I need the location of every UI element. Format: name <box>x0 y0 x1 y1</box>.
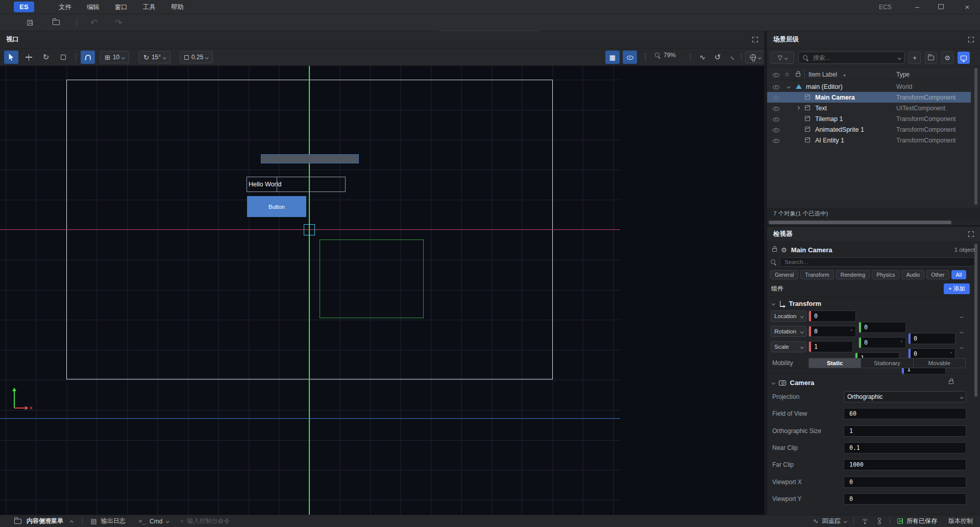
rotate-tool-button[interactable]: ↻ <box>39 51 53 64</box>
hierarchy-scrollbar[interactable] <box>974 68 977 205</box>
snap-toggle-button[interactable] <box>81 51 95 64</box>
eye-icon[interactable] <box>772 84 779 90</box>
undo-button[interactable]: ↶ <box>87 16 101 29</box>
chevron-down-icon[interactable] <box>166 519 169 522</box>
lock-column-icon[interactable] <box>796 73 800 77</box>
hierarchy-search-box[interactable] <box>798 52 904 64</box>
column-type[interactable]: Type <box>896 71 910 78</box>
menu-window[interactable]: 窗口 <box>107 0 135 14</box>
rotation-x-input[interactable]: 0° <box>808 326 856 337</box>
eye-icon[interactable] <box>772 127 779 133</box>
open-button[interactable] <box>49 16 63 29</box>
expand-panel-icon[interactable] <box>968 37 974 42</box>
scale-x-input[interactable]: 1 <box>808 341 853 352</box>
camera-selection-gizmo[interactable] <box>304 224 315 235</box>
tab-rendering[interactable]: Rendering <box>836 270 870 279</box>
eye-icon[interactable] <box>772 116 779 122</box>
chevron-down-icon[interactable] <box>787 85 790 88</box>
lock-icon[interactable] <box>772 248 777 252</box>
hierarchy-search-input[interactable] <box>812 54 895 62</box>
chevron-down-icon[interactable] <box>844 519 847 522</box>
menu-file[interactable]: 文件 <box>51 0 79 14</box>
minimize-button[interactable]: – <box>912 2 923 13</box>
inspector-scrollbar[interactable] <box>974 244 977 397</box>
new-folder-button[interactable] <box>925 52 937 64</box>
gear-icon[interactable]: ⚙ <box>781 246 787 254</box>
tree-row-main-camera[interactable]: Main Camera TransformComponent <box>767 92 971 103</box>
chevron-right-icon[interactable] <box>796 106 799 109</box>
viewport-x-input[interactable]: 0 <box>844 476 966 488</box>
fov-input[interactable]: 60 <box>844 408 966 419</box>
zoom-level[interactable]: 79% <box>654 52 676 59</box>
link-axes-icon[interactable]: ↔ <box>959 328 965 335</box>
menu-edit[interactable]: 编辑 <box>79 0 107 14</box>
chevron-up-icon[interactable] <box>70 521 73 524</box>
tree-row-main[interactable]: main (Editor) World <box>767 81 971 92</box>
column-item-label[interactable]: Item Label <box>808 71 837 78</box>
add-entity-button[interactable]: + <box>909 52 921 64</box>
filter-button[interactable]: ▽ <box>771 52 794 64</box>
tab-transform[interactable]: Transform <box>800 270 834 279</box>
stats-button[interactable]: ∿ <box>695 51 709 64</box>
output-log-button[interactable]: 输出日志 <box>101 517 126 525</box>
select-tool-button[interactable] <box>4 51 18 64</box>
hierarchy-settings-button[interactable]: ⚙ <box>941 52 953 64</box>
eye-icon[interactable] <box>772 137 779 143</box>
view-mode-button[interactable] <box>958 52 970 64</box>
content-drawer-button[interactable]: 内容侧滑菜单 <box>27 517 63 525</box>
uniform-scale-lock-icon[interactable] <box>949 380 953 384</box>
add-component-button[interactable]: + 添加 <box>944 283 970 294</box>
rotation-mode-dropdown[interactable]: Rotation <box>771 326 806 337</box>
slider-object[interactable] <box>261 154 359 163</box>
move-tool-button[interactable] <box>21 51 36 64</box>
tree-row-text[interactable]: Text UITextComponent <box>767 103 971 113</box>
transform-section-header[interactable]: Transform <box>772 300 821 307</box>
tab-all[interactable]: All <box>951 270 967 279</box>
camera-section-header[interactable]: Camera <box>772 379 814 387</box>
redo-button[interactable]: ↷ <box>111 16 126 29</box>
menu-help[interactable]: 帮助 <box>163 0 191 14</box>
ortho-size-input[interactable]: 1 <box>844 425 966 437</box>
location-mode-dropdown[interactable]: Location <box>771 310 806 322</box>
save-button[interactable] <box>22 16 37 29</box>
link-axes-icon[interactable]: ↔ <box>959 343 965 350</box>
far-clip-input[interactable]: 1000 <box>844 459 966 470</box>
reset-view-button[interactable]: ↺ <box>710 51 725 64</box>
tab-general[interactable]: General <box>770 270 798 279</box>
inspector-search-box[interactable] <box>780 257 977 267</box>
scene-canvas[interactable]: Hello World Button x <box>0 66 764 515</box>
app-logo[interactable]: ES <box>14 2 34 12</box>
projection-dropdown[interactable]: Orthographic <box>844 391 966 402</box>
tab-audio[interactable]: Audio <box>901 270 924 279</box>
visibility-button[interactable] <box>623 51 637 64</box>
scale-mode-dropdown[interactable]: Scale <box>771 341 806 352</box>
near-clip-input[interactable]: 0.1 <box>844 442 966 453</box>
menu-tools[interactable]: 工具 <box>135 0 163 14</box>
location-x-input[interactable]: 0 <box>808 310 856 322</box>
network-icon[interactable] <box>861 518 868 524</box>
inspector-search-input[interactable] <box>783 258 973 266</box>
eye-column-icon[interactable] <box>772 71 779 78</box>
button-object[interactable]: Button <box>247 196 306 217</box>
expand-panel-icon[interactable] <box>752 37 758 42</box>
rotate-step-dropdown[interactable]: ↻ 15° <box>139 51 170 63</box>
tree-row-ai-entity[interactable]: AI Entity 1 TransformComponent <box>767 135 971 146</box>
hierarchy-hscroll-thumb[interactable] <box>769 221 951 224</box>
mobility-static[interactable]: Static <box>809 358 861 368</box>
console-input-placeholder[interactable]: 输入控制台命令 <box>187 517 230 525</box>
fit-view-button[interactable]: ↔ <box>726 51 740 64</box>
eye-icon[interactable] <box>772 105 779 111</box>
link-axes-icon[interactable]: ↔ <box>959 313 965 320</box>
cmd-dropdown[interactable]: Cmd <box>150 518 162 525</box>
version-control-button[interactable]: 版本控制 <box>948 517 973 525</box>
traceback-dropdown[interactable]: 回追踪 <box>822 517 841 525</box>
grid-size-dropdown[interactable]: ⊞ 10 <box>100 51 129 63</box>
maximize-button[interactable] <box>938 4 944 9</box>
world-dropdown[interactable] <box>745 51 766 63</box>
tree-row-tilemap[interactable]: Tilemap 1 TransformComponent <box>767 113 971 124</box>
viewport-y-input[interactable]: 0 <box>844 493 966 505</box>
mobility-stationary[interactable]: Stationary <box>861 358 913 368</box>
show-grid-button[interactable]: ▦ <box>605 51 620 64</box>
branch-icon[interactable] <box>876 518 881 524</box>
tab-other[interactable]: Other <box>926 270 949 279</box>
